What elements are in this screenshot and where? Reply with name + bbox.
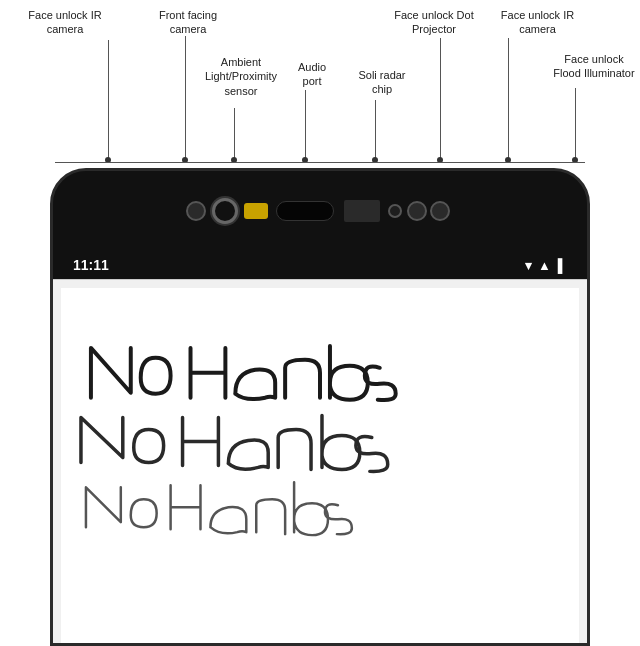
audio-port-notch bbox=[276, 201, 334, 221]
label-face-unlock-ir-right: Face unlock IRcamera bbox=[490, 8, 585, 37]
label-face-unlock-dot: Face unlock DotProjector bbox=[384, 8, 484, 37]
white-paper bbox=[61, 288, 579, 643]
label-soli-radar: Soli radarchip bbox=[345, 68, 419, 97]
handwriting-svg bbox=[71, 318, 569, 617]
status-time: 11:11 bbox=[73, 257, 525, 273]
label-front-facing-camera: Front facingcamera bbox=[148, 8, 228, 37]
label-ambient-light: AmbientLight/Proximitysensor bbox=[196, 55, 286, 98]
diagram-area: Face unlock IRcamera Front facingcamera … bbox=[0, 0, 640, 646]
vline-face-unlock-dot bbox=[440, 38, 441, 158]
soli-sensor bbox=[344, 200, 380, 222]
signal-icon: ▲ bbox=[538, 258, 552, 273]
notch-bar bbox=[53, 171, 587, 251]
content-area bbox=[53, 279, 587, 643]
label-face-unlock-ir-left: Face unlock IRcamera bbox=[10, 8, 120, 37]
status-icons: ▾ ▲ ▌ bbox=[525, 258, 567, 273]
flood-illuminator-sensor bbox=[430, 201, 450, 221]
front-camera-lens bbox=[212, 198, 238, 224]
vline-face-unlock-ir-right bbox=[508, 38, 509, 158]
ir-camera-right bbox=[407, 201, 427, 221]
vline-front-facing-camera bbox=[185, 36, 186, 158]
status-bar: 11:11 ▾ ▲ ▌ bbox=[53, 251, 587, 279]
battery-icon: ▌ bbox=[558, 258, 567, 273]
horizontal-divider bbox=[55, 162, 585, 163]
wifi-icon: ▾ bbox=[525, 258, 532, 273]
vline-face-unlock-flood bbox=[575, 88, 576, 158]
vline-face-unlock-ir-left bbox=[108, 40, 109, 160]
label-audio-port: Audioport bbox=[282, 60, 342, 89]
vline-audio-port bbox=[305, 90, 306, 158]
vline-soli-radar bbox=[375, 100, 376, 158]
phone-body: 11:11 ▾ ▲ ▌ bbox=[50, 168, 590, 646]
ir-camera-left bbox=[186, 201, 206, 221]
vline-ambient-light bbox=[234, 108, 235, 158]
ambient-light-sensor bbox=[244, 203, 268, 219]
dot-projector-sensor bbox=[388, 204, 402, 218]
sensor-row bbox=[53, 189, 587, 233]
label-face-unlock-flood: Face unlockFlood Illuminator bbox=[548, 52, 640, 81]
